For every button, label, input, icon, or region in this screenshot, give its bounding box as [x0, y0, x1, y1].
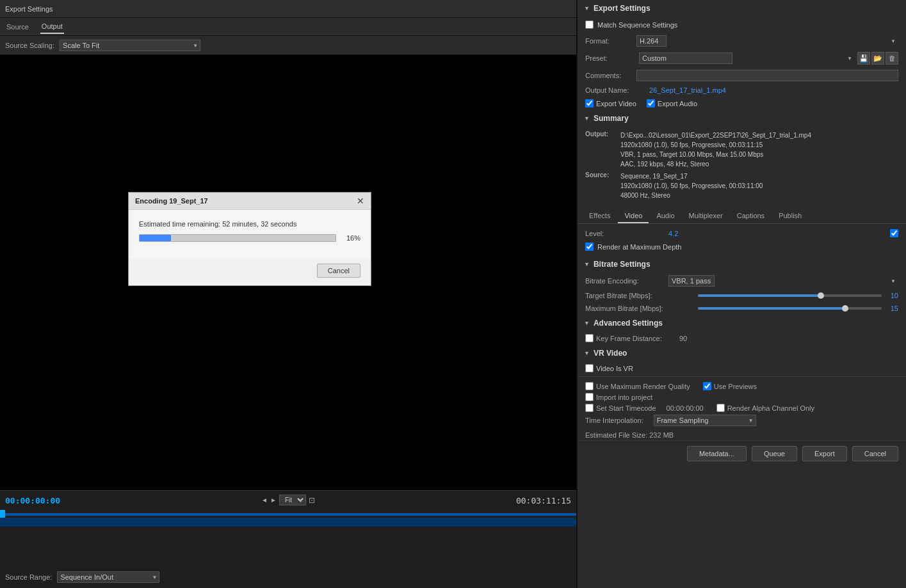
keyframe-distance-label: Key Frame Distance: — [596, 335, 679, 342]
use-previews-text: Use Previews — [714, 383, 757, 390]
source-scaling-select-wrapper: Scale To Fit Scale To Fill Stretch To Fi… — [60, 40, 200, 51]
preset-save-button[interactable]: 💾 — [857, 52, 870, 65]
encoding-dialog: Encoding 19_Sept_17 ✕ Estimated time rem… — [128, 192, 371, 286]
timeline-next-button[interactable]: ► — [270, 497, 277, 504]
target-bitrate-value: 10 — [886, 292, 898, 299]
export-video-label: Export Video — [585, 99, 636, 107]
level-label: Level: — [585, 230, 668, 237]
preset-import-button[interactable]: 📂 — [871, 52, 884, 65]
bottom-buttons: Metadata... Queue Export Cancel — [578, 440, 906, 466]
summary-section-header[interactable]: ▼ Summary — [578, 110, 906, 127]
encoding-cancel-button[interactable]: Cancel — [317, 264, 360, 278]
preset-icons: 💾 📂 🗑 — [857, 52, 898, 65]
start-timecode-label: Set Start Timecode — [585, 404, 656, 412]
encoding-dialog-titlebar: Encoding 19_Sept_17 ✕ — [129, 193, 371, 210]
progress-bar-fill — [140, 235, 171, 241]
tab-output[interactable]: Output — [40, 20, 64, 34]
source-range-label: Source Range: — [5, 573, 52, 581]
tab-video[interactable]: Video — [618, 209, 649, 223]
export-settings-label: Export Settings — [594, 4, 651, 13]
tab-source[interactable]: Source — [5, 20, 30, 33]
render-alpha-text: Render Alpha Channel Only — [727, 404, 814, 412]
render-max-depth-label: Render at Maximum Depth — [597, 243, 681, 251]
time-interpolation-label: Time Interpolation: — [585, 417, 643, 424]
timeline-range-bar — [0, 518, 576, 527]
encoding-dialog-body: Estimated time remaining: 52 minutes, 32… — [129, 210, 371, 258]
timecode-left: 00:00:00:00 — [5, 496, 60, 505]
vr-video-header[interactable]: ▼ VR Video — [578, 345, 906, 362]
keyframe-distance-checkbox[interactable] — [585, 334, 594, 342]
source-scaling-select[interactable]: Scale To Fit Scale To Fill Stretch To Fi… — [60, 40, 200, 51]
advanced-settings-header[interactable]: ▼ Advanced Settings — [578, 315, 906, 331]
render-max-depth-checkbox[interactable] — [585, 242, 594, 251]
timecode-right: 00:03:11:15 — [516, 496, 571, 505]
tab-publish[interactable]: Publish — [772, 209, 808, 223]
render-alpha-checkbox[interactable] — [716, 404, 725, 412]
start-timecode-checkbox[interactable] — [585, 404, 594, 412]
summary-arrow: ▼ — [584, 115, 590, 122]
summary-output-value: D:\Expo...02\Lesson_01\Export_22SEP17\26… — [620, 131, 811, 169]
video-is-vr-label: Video Is VR — [596, 365, 633, 372]
progress-percent: 16% — [341, 234, 360, 242]
bitrate-settings-header[interactable]: ▼ Bitrate Settings — [578, 256, 906, 273]
summary-section: Output: D:\Expo...02\Lesson_01\Export_22… — [578, 127, 906, 204]
export-audio-label: Export Audio — [647, 99, 697, 107]
target-bitrate-label: Target Bitrate [Mbps]: — [585, 292, 694, 299]
metadata-button[interactable]: Metadata... — [687, 446, 747, 461]
advanced-settings-label: Advanced Settings — [594, 319, 663, 328]
output-name-value[interactable]: 26_Sept_17_trial_1.mp4 — [649, 86, 726, 94]
export-button[interactable]: Export — [802, 446, 847, 461]
source-output-tabs: Source Output — [0, 18, 576, 36]
source-scaling-row: Source Scaling: Scale To Fit Scale To Fi… — [0, 36, 576, 55]
right-panel: ▼ Export Settings Match Sequence Setting… — [576, 0, 906, 588]
bitrate-arrow: ▼ — [584, 261, 590, 267]
vr-video-arrow: ▼ — [584, 350, 590, 356]
bottom-options: Use Maximum Render Quality Use Previews … — [578, 378, 906, 430]
format-select[interactable]: H.264 H.265 ProRes — [636, 35, 667, 47]
comments-input[interactable] — [636, 70, 898, 81]
max-render-quality-checkbox[interactable] — [585, 382, 594, 390]
import-project-checkbox[interactable] — [585, 393, 594, 401]
queue-button[interactable]: Queue — [752, 446, 797, 461]
tab-captions[interactable]: Captions — [731, 209, 771, 223]
bitrate-encoding-select[interactable]: VBR, 1 pass VBR, 2 pass CBR — [668, 275, 715, 287]
timeline-prev-button[interactable]: ◄ — [261, 497, 268, 504]
timeline-fit-select[interactable]: Fit — [279, 495, 306, 505]
use-previews-checkbox[interactable] — [703, 382, 711, 390]
target-bitrate-track — [698, 294, 882, 297]
export-video-checkbox[interactable] — [585, 99, 594, 107]
timeline-bar — [0, 513, 576, 516]
progress-bar-background — [139, 234, 336, 242]
source-range-select[interactable]: Sequence In/Out — [57, 571, 159, 583]
preset-select[interactable]: Custom Match Source - High Bitrate — [639, 52, 732, 64]
time-interpolation-select[interactable]: Frame Sampling Frame Blending Optical Fl… — [654, 415, 756, 426]
export-settings-header[interactable]: ▼ Export Settings — [578, 0, 906, 17]
target-bitrate-thumb[interactable] — [818, 292, 824, 299]
video-is-vr-checkbox[interactable] — [585, 364, 594, 372]
timeline-area: 00:00:00:00 00:03:11:15 ◄ ► Fit ⊡ Source… — [0, 490, 576, 588]
estimated-file-size: Estimated File Size: 232 MB — [578, 430, 906, 440]
preset-delete-button[interactable]: 🗑 — [886, 52, 898, 65]
import-project-text: Import into project — [596, 393, 652, 401]
import-project-label: Import into project — [585, 393, 652, 401]
tab-multiplexer[interactable]: Multiplexer — [683, 209, 729, 223]
level-checkbox[interactable] — [890, 229, 898, 237]
encoding-dialog-close-button[interactable]: ✕ — [357, 196, 364, 205]
comments-row: Comments: — [578, 67, 906, 84]
bitrate-encoding-row: Bitrate Encoding: VBR, 1 pass VBR, 2 pas… — [578, 273, 906, 289]
max-bitrate-thumb[interactable] — [842, 305, 848, 312]
export-audio-checkbox[interactable] — [647, 99, 655, 107]
divider-1 — [578, 376, 906, 377]
tab-audio[interactable]: Audio — [650, 209, 681, 223]
export-video-text: Export Video — [596, 100, 636, 107]
time-interpolation-select-wrapper: Frame Sampling Frame Blending Optical Fl… — [654, 415, 756, 426]
cancel-button[interactable]: Cancel — [852, 446, 898, 461]
bitrate-encoding-label: Bitrate Encoding: — [585, 277, 668, 285]
target-bitrate-row: Target Bitrate [Mbps]: 10 — [578, 289, 906, 302]
bitrate-settings-label: Bitrate Settings — [594, 260, 651, 269]
timeline-icon-button[interactable]: ⊡ — [309, 496, 315, 505]
tab-effects[interactable]: Effects — [583, 209, 617, 223]
advanced-settings-arrow: ▼ — [584, 320, 590, 326]
match-sequence-checkbox[interactable] — [585, 20, 594, 29]
progress-row: 16% — [139, 234, 360, 242]
